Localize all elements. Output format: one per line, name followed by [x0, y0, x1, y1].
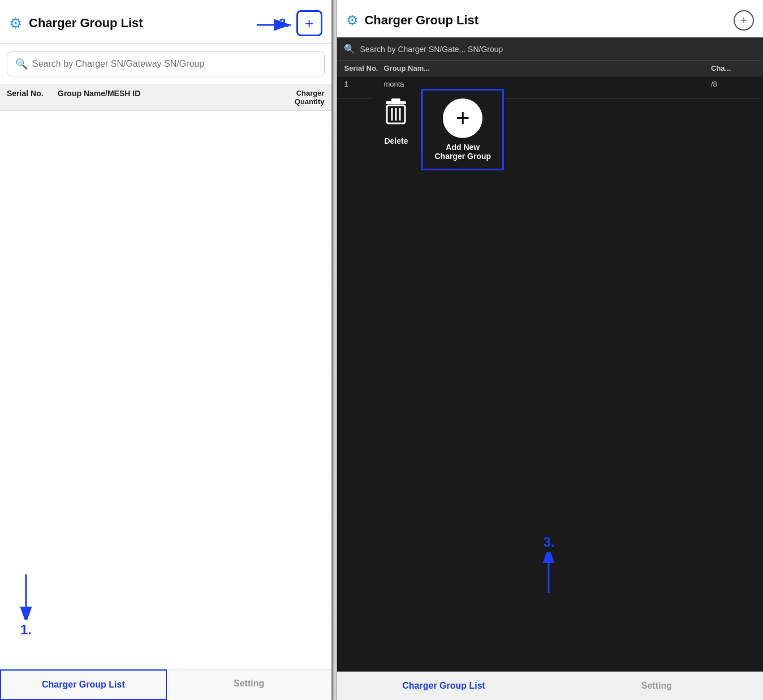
nav-charger-group-list-right[interactable]: Charger Group List: [337, 672, 550, 700]
add-charger-group-label: Add NewCharger Group: [434, 143, 491, 161]
right-bottom-nav: Charger Group List Setting: [337, 671, 763, 700]
step1-label: 1.: [20, 622, 32, 638]
step2-arrow: [257, 17, 296, 33]
step1-arrow-container: 1.: [18, 574, 34, 638]
wrench-icon-right: ⚙: [346, 12, 359, 28]
left-panel-title: Charger Group List: [29, 16, 143, 31]
col-charger-qty: Charger Quantity: [268, 89, 325, 106]
step3-container: 3.: [541, 534, 557, 598]
right-header: ⚙ Charger Group List +: [337, 0, 763, 38]
wrench-icon: ⚙: [9, 15, 22, 32]
add-button-right[interactable]: +: [734, 10, 754, 31]
svg-rect-5: [391, 98, 400, 102]
add-charger-group-button-left[interactable]: +: [296, 10, 322, 36]
right-header-left: ⚙ Charger Group List: [346, 12, 479, 28]
context-menu: Delete + Add NewCharger Group: [371, 89, 504, 170]
search-icon-right: 🔍: [344, 44, 355, 54]
add-icon-left: +: [305, 15, 313, 32]
right-col-serial: Serial No.: [344, 64, 383, 72]
right-dark-content: 🔍 Search by Charger SN/Gate... SN/Group …: [337, 38, 763, 671]
right-panel: ⚙ Charger Group List + 🔍 Search by Charg…: [337, 0, 763, 700]
nav-setting-left[interactable]: Setting: [167, 669, 331, 700]
step1-arrow-svg: [18, 574, 34, 620]
nav-setting-right[interactable]: Setting: [550, 672, 763, 700]
panel-divider: [333, 0, 338, 700]
right-row-qty: /8: [711, 80, 756, 95]
right-panel-title: Charger Group List: [364, 13, 479, 28]
left-search-bar[interactable]: 🔍: [7, 51, 325, 76]
delete-menu-item[interactable]: Delete: [371, 89, 421, 153]
left-table-header: Serial No. Group Name/MESH ID Charger Qu…: [0, 84, 331, 111]
col-group-name: Group Name/MESH ID: [58, 89, 268, 106]
search-input-left[interactable]: [32, 59, 316, 69]
delete-label: Delete: [384, 136, 408, 145]
search-icon-left: 🔍: [15, 58, 28, 70]
left-bottom-nav: Charger Group List Setting: [0, 669, 331, 700]
step3-label: 3.: [543, 534, 554, 550]
left-table-content: [0, 111, 331, 669]
left-panel: ⚙ Charger Group List 2. + 🔍 Serial No. G…: [0, 0, 333, 700]
right-table-header: Serial No. Group Nam... Cha...: [337, 61, 763, 76]
add-charger-group-circle: +: [443, 98, 482, 138]
step2-arrow-svg: [257, 17, 296, 33]
add-charger-group-menu-item[interactable]: + Add NewCharger Group: [421, 89, 504, 170]
right-col-group: Group Nam...: [383, 64, 711, 72]
left-header-left: ⚙ Charger Group List: [9, 15, 143, 32]
nav-charger-group-list-left[interactable]: Charger Group List: [0, 669, 167, 700]
step3-arrow-svg: [541, 552, 557, 598]
trash-svg: [382, 97, 409, 126]
right-search-bar[interactable]: 🔍 Search by Charger SN/Gate... SN/Group: [337, 38, 763, 61]
trash-icon: [382, 97, 409, 132]
right-row-group-name: monta: [383, 80, 711, 88]
col-serial-no: Serial No.: [7, 89, 58, 106]
right-search-placeholder: Search by Charger SN/Gate... SN/Group: [360, 45, 503, 54]
right-col-qty: Cha...: [711, 64, 756, 72]
add-charger-group-plus-icon: +: [456, 106, 470, 130]
